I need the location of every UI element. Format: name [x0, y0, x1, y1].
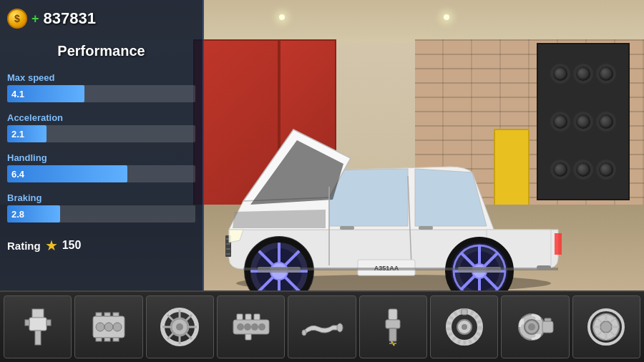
stat-value: 4.1	[11, 89, 24, 99]
svg-rect-45	[96, 338, 102, 341]
svg-rect-33	[32, 309, 44, 318]
engine-block-icon	[87, 305, 130, 348]
svg-rect-4	[419, 226, 433, 230]
svg-point-60	[237, 323, 244, 331]
svg-rect-65	[245, 314, 251, 320]
star-icon: ★	[45, 237, 58, 254]
svg-rect-83	[542, 321, 553, 333]
gearbox-icon	[230, 305, 273, 348]
stat-bar-fill: 2.1	[7, 125, 47, 142]
stat-value: 6.4	[11, 169, 24, 180]
stat-row-max-speed: Max speed4.1	[7, 72, 195, 102]
svg-point-39	[96, 323, 104, 331]
performance-title: Performance	[7, 43, 195, 59]
svg-rect-71	[386, 320, 400, 328]
stat-bar-fill: 6.4	[7, 165, 127, 182]
svg-line-56	[186, 333, 192, 339]
svg-rect-67	[245, 334, 251, 340]
air-filter-icon	[443, 305, 486, 348]
svg-rect-47	[113, 338, 119, 341]
svg-rect-84	[545, 318, 551, 321]
svg-point-50	[176, 323, 183, 331]
svg-rect-3	[340, 226, 354, 230]
stat-bar-fill: 2.8	[7, 205, 60, 222]
svg-point-69	[302, 330, 306, 336]
rating-row: Rating ★ 150	[7, 237, 195, 254]
svg-rect-64	[237, 314, 243, 320]
toolbar-item-piston[interactable]	[4, 295, 72, 358]
svg-point-61	[244, 323, 251, 331]
stat-label: Handling	[7, 152, 195, 163]
svg-point-62	[251, 323, 258, 331]
svg-rect-66	[254, 314, 260, 320]
tire-row-1	[550, 64, 616, 84]
flywheel-icon	[158, 305, 201, 348]
tire	[550, 64, 570, 84]
stat-bar-container: 4.1	[7, 85, 195, 102]
toolbar-item-exhaust[interactable]	[288, 295, 356, 358]
toolbar-item-gearbox[interactable]	[217, 295, 285, 358]
bottom-toolbar	[0, 290, 644, 362]
toolbar-item-spark-plug[interactable]	[359, 295, 427, 358]
svg-rect-35	[35, 331, 41, 345]
stat-bar-container: 2.1	[7, 125, 195, 142]
toolbar-item-engine-block[interactable]	[74, 295, 142, 358]
svg-point-41	[113, 323, 122, 331]
svg-rect-34	[29, 318, 47, 331]
exhaust-icon	[301, 305, 343, 348]
spark-plug-icon	[371, 305, 414, 348]
stat-row-braking: Braking2.8	[7, 192, 195, 222]
toolbar-item-turbo[interactable]	[501, 295, 569, 358]
piston-icon	[16, 305, 59, 348]
coin-icon: $	[7, 9, 27, 29]
stat-label: Acceleration	[7, 112, 195, 123]
svg-line-55	[186, 315, 192, 321]
game-container: A351AA	[0, 0, 644, 362]
svg-rect-36	[25, 320, 29, 326]
svg-rect-37	[47, 320, 51, 326]
plus-sign: +	[31, 11, 39, 26]
svg-line-58	[167, 315, 173, 321]
stats-container: Max speed4.1Acceleration2.1Handling6.4Br…	[7, 72, 195, 222]
tire	[596, 64, 616, 84]
currency-bar: $ + 837831	[7, 9, 96, 29]
rating-value: 150	[62, 239, 82, 252]
stat-bar-container: 2.8	[7, 205, 195, 222]
svg-rect-32	[537, 265, 551, 270]
stat-bar-fill: 4.1	[7, 85, 84, 102]
svg-rect-42	[96, 313, 102, 316]
svg-point-87	[600, 321, 612, 333]
svg-point-63	[258, 323, 265, 331]
svg-rect-79	[462, 309, 467, 315]
svg-rect-72	[389, 328, 396, 341]
stat-row-acceleration: Acceleration2.1	[7, 112, 195, 142]
stat-label: Max speed	[7, 72, 195, 83]
svg-rect-70	[389, 309, 397, 320]
turbo-icon	[514, 305, 557, 348]
svg-line-57	[167, 333, 173, 339]
svg-point-82	[528, 323, 535, 331]
svg-point-40	[104, 323, 113, 331]
performance-section: Performance Max speed4.1Acceleration2.1H…	[7, 43, 195, 254]
ceiling-light-2	[444, 14, 449, 20]
svg-rect-43	[104, 313, 110, 316]
svg-rect-46	[104, 338, 110, 341]
stat-value: 2.1	[11, 129, 24, 140]
currency-amount: 837831	[44, 9, 96, 28]
stat-row-handling: Handling6.4	[7, 152, 195, 182]
svg-point-68	[337, 323, 343, 332]
tire	[573, 64, 593, 84]
ceiling-light-1	[279, 14, 285, 20]
svg-point-78	[462, 324, 467, 330]
left-panel: $ + 837831 Performance Max speed4.1Accel…	[0, 0, 204, 290]
toolbar-item-brake-disc[interactable]	[572, 295, 640, 358]
brake-disc-icon	[585, 305, 628, 348]
toolbar-item-flywheel[interactable]	[146, 295, 214, 358]
toolbar-item-air-filter[interactable]	[430, 295, 498, 358]
stat-value: 2.8	[11, 209, 24, 220]
car-illustration: A351AA	[186, 87, 601, 294]
rating-label: Rating	[7, 240, 41, 252]
svg-rect-44	[113, 313, 119, 316]
stat-bar-container: 6.4	[7, 165, 195, 182]
stat-label: Braking	[7, 192, 195, 203]
